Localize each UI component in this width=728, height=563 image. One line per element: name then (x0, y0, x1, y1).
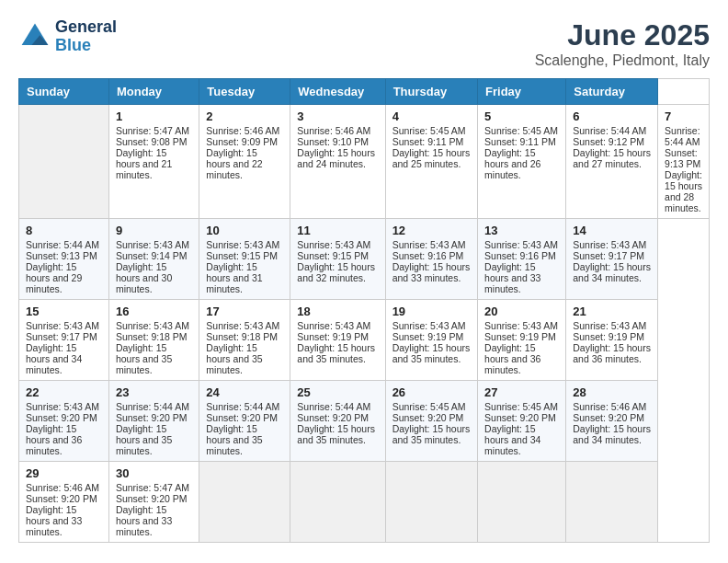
day-number: 20 (484, 304, 559, 318)
day-cell: 25Sunrise: 5:44 AMSunset: 9:20 PMDayligh… (290, 381, 385, 462)
day-number: 4 (392, 109, 471, 123)
sunrise-text: Sunrise: 5:43 AM (297, 320, 378, 331)
daylight-text: Daylight: 15 hours and 26 minutes. (484, 147, 559, 180)
sunset-text: Sunset: 9:20 PM (573, 412, 651, 423)
sunrise-text: Sunrise: 5:46 AM (573, 401, 651, 412)
sunset-text: Sunset: 9:16 PM (392, 250, 471, 261)
day-number: 18 (297, 304, 378, 318)
sunrise-text: Sunrise: 5:43 AM (297, 239, 378, 250)
header-cell-wednesday: Wednesday (290, 79, 385, 105)
sunset-text: Sunset: 9:17 PM (573, 250, 651, 261)
week-row-1: 1Sunrise: 5:47 AMSunset: 9:08 PMDaylight… (19, 105, 710, 219)
daylight-text: Daylight: 15 hours and 35 minutes. (297, 342, 378, 364)
day-cell: 24Sunrise: 5:44 AMSunset: 9:20 PMDayligh… (199, 381, 290, 462)
daylight-text: Daylight: 15 hours and 36 minutes. (573, 342, 651, 364)
header-cell-monday: Monday (108, 79, 199, 105)
sunrise-text: Sunrise: 5:46 AM (26, 482, 102, 493)
header-cell-friday: Friday (478, 79, 566, 105)
day-cell: 3Sunrise: 5:46 AMSunset: 9:10 PMDaylight… (290, 105, 385, 219)
day-number: 21 (573, 304, 651, 318)
day-cell: 5Sunrise: 5:45 AMSunset: 9:11 PMDaylight… (478, 105, 566, 219)
day-cell: 4Sunrise: 5:45 AMSunset: 9:11 PMDaylight… (385, 105, 477, 219)
daylight-text: Daylight: 15 hours and 35 minutes. (206, 342, 283, 375)
day-cell: 10Sunrise: 5:43 AMSunset: 9:15 PMDayligh… (199, 219, 290, 300)
daylight-text: Daylight: 15 hours and 36 minutes. (26, 423, 102, 456)
day-cell: 15Sunrise: 5:43 AMSunset: 9:17 PMDayligh… (19, 300, 109, 381)
sunrise-text: Sunrise: 5:43 AM (206, 239, 283, 250)
sunrise-text: Sunrise: 5:47 AM (116, 125, 192, 136)
sunrise-text: Sunrise: 5:44 AM (573, 125, 651, 136)
sunset-text: Sunset: 9:20 PM (392, 412, 471, 423)
sunrise-text: Sunrise: 5:44 AM (26, 239, 102, 250)
daylight-text: Daylight: 15 hours and 34 minutes. (573, 261, 651, 283)
day-number: 19 (392, 304, 471, 318)
daylight-text: Daylight: 15 hours and 29 minutes. (26, 261, 102, 294)
week-row-4: 22Sunrise: 5:43 AMSunset: 9:20 PMDayligh… (19, 381, 710, 462)
day-cell: 8Sunrise: 5:44 AMSunset: 9:13 PMDaylight… (19, 219, 109, 300)
day-cell: 9Sunrise: 5:43 AMSunset: 9:14 PMDaylight… (108, 219, 199, 300)
daylight-text: Daylight: 15 hours and 25 minutes. (392, 147, 471, 169)
sunrise-text: Sunrise: 5:44 AM (297, 401, 378, 412)
day-number: 17 (206, 304, 283, 318)
day-number: 7 (665, 109, 702, 123)
day-cell: 26Sunrise: 5:45 AMSunset: 9:20 PMDayligh… (385, 381, 477, 462)
header-cell-tuesday: Tuesday (199, 79, 290, 105)
day-cell: 19Sunrise: 5:43 AMSunset: 9:19 PMDayligh… (385, 300, 477, 381)
daylight-text: Daylight: 15 hours and 27 minutes. (573, 147, 651, 169)
day-number: 14 (573, 224, 651, 237)
sunrise-text: Sunrise: 5:44 AM (206, 401, 283, 412)
logo: General Blue (18, 18, 117, 55)
day-number: 12 (392, 224, 471, 237)
day-number: 15 (26, 304, 102, 318)
day-cell: 21Sunrise: 5:43 AMSunset: 9:19 PMDayligh… (566, 300, 658, 381)
day-cell: 7Sunrise: 5:44 AMSunset: 9:13 PMDaylight… (658, 105, 710, 219)
sunset-text: Sunset: 9:20 PM (26, 412, 102, 423)
day-cell: 6Sunrise: 5:44 AMSunset: 9:12 PMDaylight… (566, 105, 658, 219)
sunrise-text: Sunrise: 5:43 AM (26, 401, 102, 412)
day-cell: 20Sunrise: 5:43 AMSunset: 9:19 PMDayligh… (478, 300, 566, 381)
daylight-text: Daylight: 15 hours and 32 minutes. (297, 261, 378, 283)
calendar-title: June 2025 (535, 18, 710, 52)
sunrise-text: Sunrise: 5:43 AM (484, 320, 559, 331)
sunrise-text: Sunrise: 5:46 AM (297, 125, 378, 136)
day-cell: 17Sunrise: 5:43 AMSunset: 9:18 PMDayligh… (199, 300, 290, 381)
sunset-text: Sunset: 9:11 PM (392, 136, 471, 147)
daylight-text: Daylight: 15 hours and 31 minutes. (206, 261, 283, 294)
sunrise-text: Sunrise: 5:43 AM (116, 320, 192, 331)
sunset-text: Sunset: 9:19 PM (297, 331, 378, 342)
day-number: 26 (392, 385, 471, 399)
day-cell: 18Sunrise: 5:43 AMSunset: 9:19 PMDayligh… (290, 300, 385, 381)
sunset-text: Sunset: 9:19 PM (392, 331, 471, 342)
sunrise-text: Sunrise: 5:43 AM (484, 239, 559, 250)
sunrise-text: Sunrise: 5:43 AM (116, 239, 192, 250)
sunset-text: Sunset: 9:16 PM (484, 250, 559, 261)
daylight-text: Daylight: 15 hours and 35 minutes. (392, 423, 471, 445)
day-cell (199, 462, 290, 543)
daylight-text: Daylight: 15 hours and 21 minutes. (116, 147, 192, 180)
day-cell (566, 462, 658, 543)
day-number: 2 (206, 109, 283, 123)
sunset-text: Sunset: 9:13 PM (665, 147, 702, 169)
day-number: 29 (26, 466, 102, 480)
sunrise-text: Sunrise: 5:47 AM (116, 482, 192, 493)
sunrise-text: Sunrise: 5:45 AM (484, 125, 559, 136)
sunset-text: Sunset: 9:20 PM (26, 493, 102, 504)
sunset-text: Sunset: 9:20 PM (206, 412, 283, 423)
daylight-text: Daylight: 15 hours and 35 minutes. (116, 423, 192, 456)
day-number: 1 (116, 109, 192, 123)
day-number: 27 (484, 385, 559, 399)
daylight-text: Daylight: 15 hours and 33 minutes. (116, 504, 192, 537)
sunset-text: Sunset: 9:11 PM (484, 136, 559, 147)
header-cell-thursday: Thursday (385, 79, 477, 105)
day-number: 8 (26, 224, 102, 237)
sunset-text: Sunset: 9:09 PM (206, 136, 283, 147)
daylight-text: Daylight: 15 hours and 34 minutes. (26, 342, 102, 375)
day-number: 23 (116, 385, 192, 399)
day-cell: 14Sunrise: 5:43 AMSunset: 9:17 PMDayligh… (566, 219, 658, 300)
day-number: 30 (116, 466, 192, 480)
day-number: 5 (484, 109, 559, 123)
day-number: 9 (116, 224, 192, 237)
logo-line1: General (55, 18, 117, 37)
day-cell: 11Sunrise: 5:43 AMSunset: 9:15 PMDayligh… (290, 219, 385, 300)
sunset-text: Sunset: 9:12 PM (573, 136, 651, 147)
